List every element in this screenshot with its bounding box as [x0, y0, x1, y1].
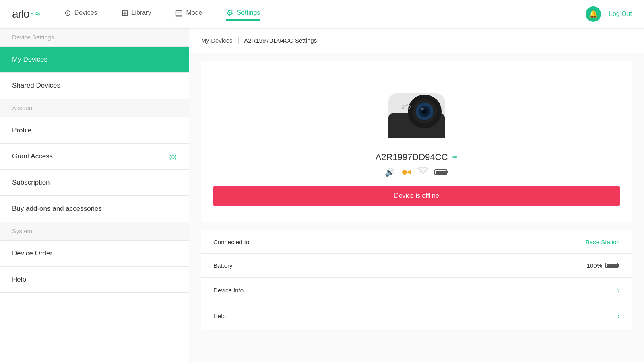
- svg-rect-18: [607, 264, 617, 267]
- sidebar-item-grant-access[interactable]: Grant Access (0): [0, 144, 189, 170]
- device-status-icons: 🔊: [385, 167, 449, 178]
- main-layout: Device Settings My Devices Shared Device…: [0, 28, 644, 362]
- sidebar-item-device-order[interactable]: Device Order: [0, 241, 189, 267]
- nav-settings-label: Settings: [237, 9, 260, 16]
- battery-status-icon: [434, 169, 449, 176]
- offline-banner: Device is offline: [213, 186, 620, 206]
- header-right: 🔔 Log Out: [586, 6, 632, 22]
- battery-row: Battery 100%: [201, 253, 632, 277]
- device-info-arrow: ›: [617, 286, 620, 295]
- svg-marker-12: [407, 170, 411, 175]
- connected-to-label: Connected to: [213, 239, 249, 245]
- nav-item-mode[interactable]: ▤ Mode: [175, 8, 202, 21]
- edit-icon[interactable]: ✏: [452, 153, 458, 162]
- logo-text: arlo: [12, 8, 29, 21]
- battery-full-icon: [605, 262, 620, 269]
- nav-library-label: Library: [132, 9, 151, 16]
- signal-indicator: [400, 168, 412, 176]
- nav-devices-label: Devices: [74, 9, 97, 16]
- breadcrumb-current: A2R1997DD94CC Settings: [244, 37, 317, 44]
- logout-button[interactable]: Log Out: [609, 10, 632, 18]
- info-section: Connected to Base Station Battery 100% D…: [201, 230, 632, 329]
- help-label: Help: [213, 313, 226, 319]
- logo-bird-icon: ~≈: [30, 9, 40, 19]
- device-card: arlo A2R1997DD94CC ✏ 🔊: [201, 61, 632, 222]
- grant-access-badge: (0): [169, 153, 177, 160]
- battery-percent: 100%: [587, 262, 602, 269]
- sidebar-section-device-settings: Device Settings: [0, 28, 189, 47]
- header: arlo ~≈ ⊙ Devices ⊞ Library ▤ Mode ⚙ Set…: [0, 0, 644, 28]
- nav-item-library[interactable]: ⊞ Library: [122, 8, 151, 21]
- svg-rect-17: [618, 264, 619, 267]
- battery-value-container: 100%: [587, 262, 620, 269]
- content-area: My Devices | A2R1997DD94CC Settings: [189, 28, 644, 362]
- connected-to-value: Base Station: [586, 239, 620, 245]
- svg-text:arlo: arlo: [401, 103, 411, 110]
- speaker-icon: 🔊: [385, 167, 395, 177]
- battery-label: Battery: [213, 262, 233, 269]
- breadcrumb: My Devices | A2R1997DD94CC Settings: [189, 28, 644, 53]
- svg-rect-15: [436, 171, 446, 174]
- main-nav: ⊙ Devices ⊞ Library ▤ Mode ⚙ Settings: [64, 8, 586, 21]
- library-icon: ⊞: [122, 8, 128, 18]
- device-name: A2R1997DD94CC: [376, 152, 448, 162]
- help-arrow: ›: [617, 311, 620, 321]
- breadcrumb-my-devices[interactable]: My Devices: [201, 37, 233, 44]
- devices-icon: ⊙: [64, 8, 71, 18]
- svg-point-7: [421, 108, 424, 110]
- sidebar-section-system: System: [0, 222, 189, 241]
- connected-to-row: Connected to Base Station: [201, 230, 632, 253]
- nav-item-settings[interactable]: ⚙ Settings: [226, 8, 260, 21]
- svg-rect-14: [447, 171, 448, 173]
- wifi-icon: [417, 167, 429, 178]
- help-row[interactable]: Help ›: [201, 303, 632, 329]
- sidebar-item-profile[interactable]: Profile: [0, 117, 189, 144]
- sidebar: Device Settings My Devices Shared Device…: [0, 28, 189, 362]
- sidebar-item-shared-devices[interactable]: Shared Devices: [0, 73, 189, 99]
- device-info-row[interactable]: Device Info ›: [201, 277, 632, 303]
- sidebar-section-account: Account: [0, 99, 189, 117]
- device-info-label: Device Info: [213, 287, 244, 294]
- notification-button[interactable]: 🔔: [586, 6, 601, 22]
- nav-item-devices[interactable]: ⊙ Devices: [64, 8, 97, 21]
- grant-access-label: Grant Access: [12, 152, 53, 160]
- breadcrumb-separator: |: [237, 36, 239, 45]
- device-image-area: arlo A2R1997DD94CC ✏ 🔊: [213, 73, 620, 210]
- svg-point-11: [402, 170, 407, 175]
- sidebar-item-help[interactable]: Help: [0, 267, 189, 293]
- sidebar-item-subscription[interactable]: Subscription: [0, 170, 189, 196]
- nav-mode-label: Mode: [186, 9, 202, 16]
- device-name-row: A2R1997DD94CC ✏: [376, 152, 458, 162]
- bell-icon: 🔔: [589, 10, 598, 19]
- settings-icon: ⚙: [226, 8, 233, 18]
- sidebar-item-buy-addons[interactable]: Buy add-ons and accessories: [0, 196, 189, 222]
- camera-image: arlo: [380, 81, 453, 146]
- mode-icon: ▤: [175, 8, 183, 18]
- logo: arlo ~≈: [12, 8, 40, 21]
- svg-rect-10: [388, 133, 445, 138]
- sidebar-item-my-devices[interactable]: My Devices: [0, 47, 189, 73]
